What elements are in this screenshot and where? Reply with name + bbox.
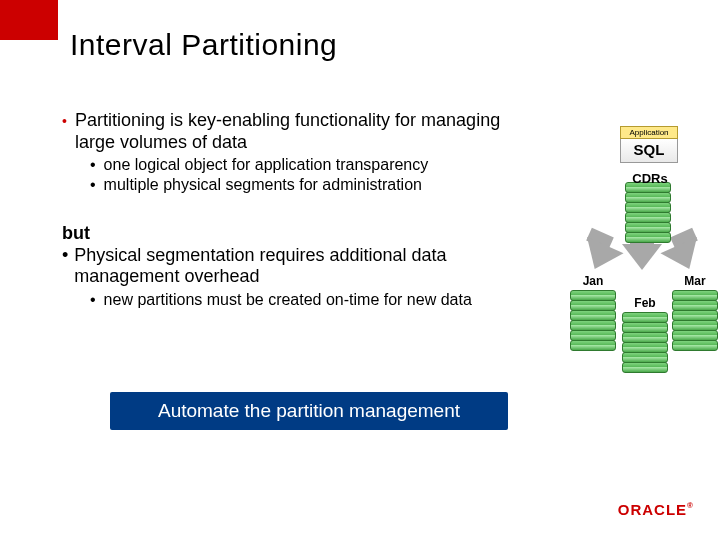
but-label: but <box>62 223 532 245</box>
but-sub-point: new partitions must be created on-time f… <box>104 290 472 310</box>
bullet-icon: • <box>90 155 96 175</box>
partition-feb: Feb <box>622 296 668 372</box>
partition-jan: Jan <box>570 274 616 350</box>
oracle-logo: ORACLE <box>618 501 694 518</box>
bullet-icon: • <box>62 245 68 288</box>
cdrs-label: CDRs <box>620 171 680 186</box>
partition-mar: Mar <box>672 274 718 350</box>
arrow-icon <box>622 244 662 270</box>
application-label: Application <box>620 126 678 139</box>
bullet-icon: • <box>62 110 67 153</box>
bullet-icon: • <box>90 175 96 195</box>
slide-body: • Partitioning is key-enabling functiona… <box>62 110 532 310</box>
but-point: Physical segmentation requires additiona… <box>74 245 532 288</box>
month-label: Jan <box>570 274 616 288</box>
sub-bullet-2: multiple physical segments for administr… <box>104 175 422 195</box>
main-bullet-text: Partitioning is key-enabling functionali… <box>75 110 532 153</box>
month-label: Mar <box>672 274 718 288</box>
disk-stack-icon <box>625 182 671 240</box>
brand-square <box>0 0 58 40</box>
arrow-icon <box>576 237 623 277</box>
callout-box: Automate the partition management <box>110 392 508 430</box>
month-label: Feb <box>622 296 668 310</box>
diagram-app-box: Application SQL <box>620 126 678 163</box>
sql-label: SQL <box>620 139 678 163</box>
bullet-icon: • <box>90 290 96 310</box>
sub-bullet-1: one logical object for application trans… <box>104 155 429 175</box>
slide-title: Interval Partitioning <box>70 28 337 62</box>
